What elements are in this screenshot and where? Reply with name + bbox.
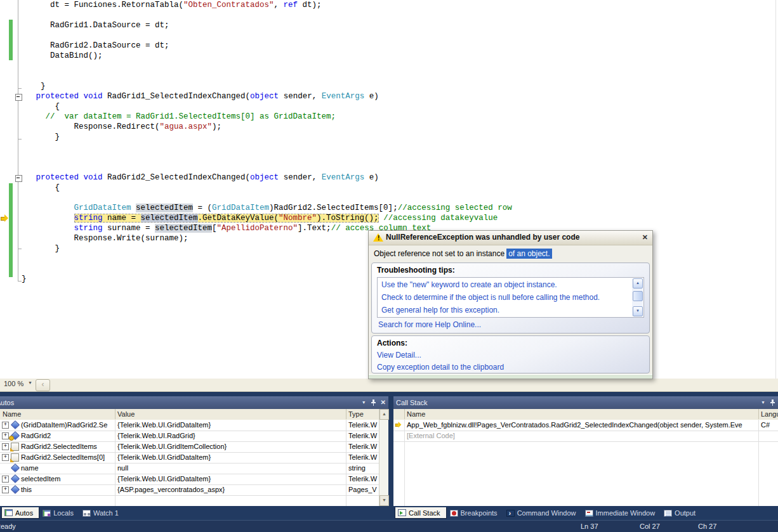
autos-rows: +(GridDataItem)RadGrid2.Se{Telerik.Web.U… bbox=[0, 420, 379, 506]
code-line[interactable]: string name = selectedItem.GetDataKeyVal… bbox=[22, 213, 498, 223]
close-icon[interactable]: ✕ bbox=[642, 233, 648, 242]
scroll-left-button[interactable]: ‹ bbox=[36, 379, 50, 391]
frame-language bbox=[761, 431, 777, 441]
code-line[interactable]: Response.Write(surname); bbox=[22, 233, 188, 243]
cell-type: Telerik.W bbox=[348, 474, 378, 484]
expand-icon[interactable]: + bbox=[2, 432, 9, 439]
tab-locals[interactable]: Locals bbox=[40, 507, 79, 519]
variable-row[interactable]: +(GridDataItem)RadGrid2.Se{Telerik.Web.U… bbox=[0, 420, 379, 431]
tab-command-window[interactable]: Command Window bbox=[504, 507, 582, 519]
column-header-name[interactable]: Name bbox=[404, 409, 759, 419]
code-fold-toggle[interactable] bbox=[15, 175, 22, 182]
status-character: Ch 27 bbox=[698, 522, 716, 530]
status-ready: Ready bbox=[0, 522, 16, 530]
code-line[interactable]: GridDataItem selectedItem = (GridDataIte… bbox=[22, 203, 512, 213]
actions-label: Actions: bbox=[377, 339, 407, 347]
code-line[interactable]: protected void RadGrid2_SelectedIndexCha… bbox=[22, 172, 379, 183]
autos-panel: Autos ▼ ✕ Name Value Type +(GridDataItem… bbox=[0, 396, 388, 506]
tab-autos[interactable]: Autos bbox=[1, 507, 39, 519]
tip-link-general-help[interactable]: Get general help for this exception. bbox=[381, 306, 499, 315]
scroll-up-icon[interactable]: ▲ bbox=[379, 409, 389, 420]
panel-title: Call Stack bbox=[396, 396, 428, 409]
pin-icon[interactable] bbox=[770, 399, 775, 406]
autos-scrollbar[interactable]: ▲ ▼ bbox=[379, 409, 388, 506]
autos-header: Name Value Type bbox=[0, 409, 388, 420]
code-line[interactable]: RadGrid2.DataSource = dt; bbox=[22, 41, 169, 51]
column-header-type[interactable]: Type bbox=[346, 409, 379, 419]
stack-frame-row[interactable]: [External Code] bbox=[393, 431, 778, 442]
copy-exception-detail-link[interactable]: Copy exception detail to the clipboard bbox=[377, 363, 504, 372]
code-line[interactable]: } bbox=[22, 81, 46, 91]
right-tab-strip: Call Stack Breakpoints Command Window Im… bbox=[395, 507, 701, 519]
warning-icon: ! bbox=[373, 233, 383, 242]
scrollbar-thumb[interactable] bbox=[633, 291, 643, 301]
cell-value: {Telerik.Web.UI.GridItemCollection} bbox=[117, 441, 343, 451]
cell-name: RadGrid2.SelectedItems bbox=[21, 441, 114, 451]
close-icon[interactable]: ✕ bbox=[381, 396, 386, 409]
code-line[interactable]: } bbox=[22, 132, 60, 142]
variable-row[interactable]: +this{ASP.pages_vercontratados_aspx}Page… bbox=[0, 484, 379, 496]
tab-breakpoints[interactable]: Breakpoints bbox=[447, 507, 503, 519]
locals-tab-icon bbox=[43, 510, 51, 517]
callstack-titlebar[interactable]: Call Stack ▼ bbox=[393, 396, 778, 409]
variable-row[interactable]: +selectedItem{Telerik.Web.UI.GridDataIte… bbox=[0, 474, 379, 485]
callstack-rows: App_Web_fgblnizw.dll!Pages_VerContratado… bbox=[393, 420, 778, 506]
watch-tab-icon bbox=[82, 510, 91, 517]
variable-row[interactable]: +RadGrid2.SelectedItems{Telerik.Web.UI.G… bbox=[0, 441, 379, 453]
variable-row[interactable]: +RadGrid2.SelectedItems[0]{Telerik.Web.U… bbox=[0, 452, 379, 464]
column-header-name[interactable]: Name bbox=[0, 409, 115, 419]
tab-immediate-window[interactable]: Immediate Window bbox=[583, 507, 661, 519]
code-line[interactable]: { bbox=[22, 101, 60, 112]
scroll-down-icon[interactable]: ▼ bbox=[379, 495, 389, 506]
cell-type: Telerik.W bbox=[348, 441, 378, 451]
field-icon bbox=[11, 420, 20, 429]
search-help-online-link[interactable]: Search for more Help Online... bbox=[378, 320, 481, 329]
tab-output[interactable]: Output bbox=[661, 507, 701, 519]
chevron-down-icon[interactable]: ▼ bbox=[28, 380, 32, 385]
code-line[interactable]: Response.Redirect("agua.aspx"); bbox=[22, 122, 221, 132]
expand-icon[interactable]: + bbox=[2, 422, 9, 429]
cell-name: RadGrid2 bbox=[21, 431, 114, 441]
column-header-language[interactable]: Langu bbox=[758, 409, 778, 419]
actions-group: Actions: View Detail... Copy exception d… bbox=[371, 335, 650, 373]
tips-scrollbar[interactable]: ▲ ▼ bbox=[632, 278, 643, 316]
zoom-level-select[interactable]: 100 % bbox=[4, 380, 23, 387]
status-line: Ln 37 bbox=[581, 522, 598, 530]
callstack-panel: Call Stack ▼ Name Langu App_Web_fgblnizw… bbox=[393, 396, 778, 506]
stack-frame-row[interactable]: App_Web_fgblnizw.dll!Pages_VerContratado… bbox=[393, 420, 778, 431]
expand-icon[interactable]: + bbox=[2, 476, 9, 483]
cell-type: string bbox=[348, 463, 378, 473]
expand-icon[interactable]: + bbox=[2, 486, 9, 493]
tab-call-stack[interactable]: Call Stack bbox=[395, 507, 447, 519]
view-detail-link[interactable]: View Detail... bbox=[377, 351, 421, 360]
code-line[interactable]: } bbox=[22, 274, 27, 284]
scroll-up-icon[interactable]: ▲ bbox=[633, 278, 643, 289]
tip-link-check-null[interactable]: Check to determine if the object is null… bbox=[381, 293, 600, 302]
frame-language: C# bbox=[761, 420, 777, 430]
code-line[interactable]: } bbox=[22, 243, 60, 254]
exception-dialog-titlebar[interactable]: ! NullReferenceException was unhandled b… bbox=[369, 231, 652, 245]
fold-structure-line bbox=[18, 0, 18, 281]
scroll-down-icon[interactable]: ▼ bbox=[633, 306, 643, 316]
tip-link-new-keyword[interactable]: Use the "new" keyword to create an objec… bbox=[381, 280, 557, 289]
expand-icon[interactable]: + bbox=[2, 443, 9, 450]
code-line[interactable]: RadGrid1.DataSource = dt; bbox=[22, 20, 169, 30]
tab-watch-1[interactable]: Watch 1 bbox=[80, 507, 124, 519]
variable-row[interactable]: +RadGrid2{Telerik.Web.UI.RadGrid}Telerik… bbox=[0, 431, 379, 442]
column-header-value[interactable]: Value bbox=[115, 409, 346, 419]
chevron-down-icon[interactable]: ▼ bbox=[761, 396, 765, 409]
panel-title: Autos bbox=[0, 396, 14, 409]
code-line[interactable]: { bbox=[22, 183, 60, 193]
code-line[interactable]: // var dataItem = RadGrid1.SelectedItems… bbox=[22, 112, 336, 122]
code-line[interactable]: DataBind(); bbox=[22, 51, 103, 61]
pin-icon[interactable] bbox=[371, 399, 376, 406]
expand-icon[interactable]: + bbox=[2, 454, 9, 461]
code-line[interactable]: protected void RadGrid1_SelectedIndexCha… bbox=[22, 91, 379, 101]
status-column: Col 27 bbox=[640, 522, 660, 530]
chevron-down-icon[interactable]: ▼ bbox=[362, 396, 366, 409]
autos-titlebar[interactable]: Autos ▼ ✕ bbox=[0, 396, 388, 409]
code-line[interactable]: dt = Funciones.RetornaTabla("Obten_Contr… bbox=[22, 0, 322, 10]
cell-value: {ASP.pages_vercontratados_aspx} bbox=[117, 484, 343, 495]
code-fold-toggle[interactable] bbox=[15, 94, 22, 101]
variable-row[interactable]: namenullstring bbox=[0, 463, 379, 474]
